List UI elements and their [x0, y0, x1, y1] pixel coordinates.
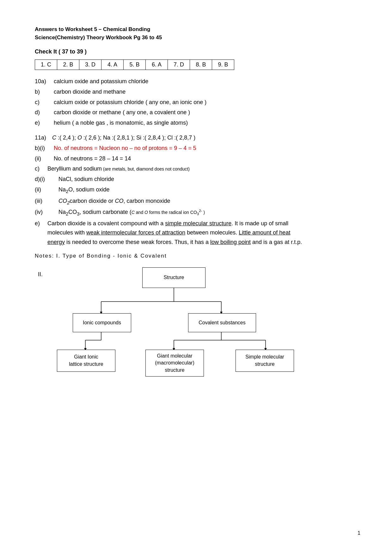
q11e-text4: is needed to overcome these weak forces.… [65, 239, 210, 245]
q11div-na-sub: 2 [66, 211, 68, 216]
q11diii-co2: CO2 [58, 198, 70, 204]
q10c-text: calcium oxide or potassium chloride ( an… [54, 98, 206, 107]
q11diii-text: carbon dioxide or [70, 198, 115, 204]
mcq-4: 4. A [101, 60, 124, 70]
notes-label: Notes: I. Type of Bonding - Ionic & Cova… [35, 253, 360, 259]
q10e-label: e) [35, 118, 54, 128]
q11e-content: Carbon dioxide is a covalent compound wi… [47, 219, 307, 247]
q11diii-line: (iii) CO2carbon dioxide or CO, carbon mo… [35, 196, 360, 207]
q11div-o-italic: O [144, 210, 148, 215]
mcq-6: 6. A [146, 60, 168, 70]
q11e-text5: and is a gas at r.t.p. [251, 239, 302, 245]
mcq-row: 1. C 2. B 3. D 4. A 5. B 6. A 7. D 8. B … [35, 60, 234, 70]
q11e-text3: between molecules. [185, 229, 239, 236]
q11e-underline4: low boiling point [210, 239, 251, 245]
q11dii-content: Na2O, sodium oxide [58, 185, 109, 195]
q11di-line: d)(i) NaCl, sodium chloride [35, 175, 360, 184]
q11a-label: 11a) [35, 133, 52, 142]
q11c-line: c) Beryllium and sodium (are metals, but… [35, 164, 360, 173]
q10a-label: 10a) [35, 77, 54, 86]
tree-diagram: II. [38, 264, 297, 365]
q11diii-label: (iii) [35, 196, 58, 207]
q11e-line: e) Carbon dioxide is a covalent compound… [35, 219, 360, 247]
ionic-compounds-label: Ionic compounds [83, 319, 121, 326]
q11div-2minus: 2- [199, 209, 202, 213]
giant-molecular-label: Giant molecular(macromolecular)structure [155, 352, 194, 374]
q11div-line: (iv) Na2CO3, sodium carbonate (C and O f… [35, 208, 360, 218]
q11bi-label: b)(i) [35, 144, 54, 153]
q10-block: 10a) calcium oxide and potassium chlorid… [35, 77, 360, 128]
q10d-label: d) [35, 108, 54, 117]
q11bi-line: b)(i) No. of neutrons = Nucleon no – no … [35, 144, 360, 153]
q11c-content: Beryllium and sodium (are metals, but, d… [47, 164, 190, 173]
notes-section: Notes: I. Type of Bonding - Ionic & Cova… [35, 253, 360, 365]
q10a-line: 10a) calcium oxide and potassium chlorid… [35, 77, 360, 86]
q11a-line: 11a) C :( 2,4 ); O :( 2,6 ); Na :( 2,8,1… [35, 133, 360, 142]
check-it-heading: Check It ( 37 to 39 ) [35, 48, 360, 55]
q11bii-text: No. of neutrons = 28 – 14 = 14 [54, 154, 131, 163]
q11dii-na: Na [58, 186, 66, 193]
mcq-1: 1. C [35, 60, 57, 70]
covalent-substances-label: Covalent substances [199, 319, 246, 326]
simple-molecular-label: Simple molecularstructure [245, 353, 284, 368]
giant-molecular-box: Giant molecular(macromolecular)structure [145, 350, 204, 377]
mcq-table: 1. C 2. B 3. D 4. A 5. B 6. A 7. D 8. B … [35, 59, 234, 70]
q10b-line: b) carbon dioxide and methane [35, 87, 360, 97]
q11a-text: C :( 2,4 ); O :( 2,6 ); Na :( 2,8,1 ); S… [52, 133, 195, 142]
q11a-o: O [77, 134, 82, 141]
q11c-note: (are metals, but, diamond does not condu… [102, 166, 190, 171]
q11div-label: (iv) [35, 208, 58, 218]
q11div-note: C and O forms the radical ion CO32- ) [132, 210, 205, 215]
page-number: 1 [358, 530, 360, 536]
title-line2: Science(Chemistry) Theory Workbook Pg 36… [35, 34, 360, 42]
q11div-c-italic: C [132, 210, 135, 215]
q11diii-co: CO [115, 198, 123, 204]
q11e-underline2: weak intermolecular forces of attraction [86, 229, 185, 236]
q11e-label: e) [35, 219, 47, 228]
q11div-content: Na2CO3, sodium carbonate (C and O forms … [58, 208, 205, 218]
q11c-text: Beryllium and sodium [47, 165, 102, 172]
q11bii-line: (ii) No. of neutrons = 28 – 14 = 14 [35, 154, 360, 163]
giant-ionic-label: Giant Ioniclattice structure [69, 353, 103, 368]
q11div-co-sub: 3 [77, 211, 79, 216]
q10a-text: calcium oxide and potassium chloride [54, 77, 148, 86]
q10d-text: carbon dioxide or methane ( any one, a c… [54, 108, 190, 117]
q10c-label: c) [35, 98, 54, 107]
q11bii-label: (ii) [35, 154, 54, 163]
q10b-label: b) [35, 87, 54, 97]
giant-ionic-box: Giant Ioniclattice structure [57, 350, 115, 372]
simple-molecular-box: Simple molecularstructure [236, 350, 294, 372]
title-block: Answers to Worksheet 5 – Chemical Bondin… [35, 25, 360, 41]
II-label: II. [38, 271, 43, 278]
q10c-line: c) calcium oxide or potassium chloride (… [35, 98, 360, 107]
mcq-7: 7. D [168, 60, 190, 70]
mcq-9: 9. B [212, 60, 234, 70]
q10e-text: helium ( a noble gas , is monatomic, as … [54, 118, 188, 128]
q10e-line: e) helium ( a noble gas , is monatomic, … [35, 118, 360, 128]
q11a-c: C [52, 134, 56, 141]
q11diii-text3: , carbon monoxide [123, 198, 170, 204]
q11-block: 11a) C :( 2,4 ); O :( 2,6 ); Na :( 2,8,1… [35, 133, 360, 247]
q11diii-content: CO2carbon dioxide or CO, carbon monoxide [58, 196, 170, 207]
q11div-main: , sodium carbonate ( [80, 209, 132, 215]
q10d-line: d) carbon dioxide or methane ( any one, … [35, 108, 360, 117]
q10b-text: carbon dioxide and methane [54, 87, 126, 97]
q11e-underline1: simple molecular structure [165, 220, 231, 227]
q11dii-line: (ii) Na2O, sodium oxide [35, 185, 360, 195]
structure-label: Structure [164, 274, 184, 281]
structure-box: Structure [142, 267, 205, 288]
mcq-8: 8. B [190, 60, 212, 70]
q11bi-text: No. of neutrons = Nucleon no – no of pro… [54, 144, 196, 153]
q11di-text: NaCl, sodium chloride [58, 175, 114, 184]
q11di-label: d)(i) [35, 175, 58, 184]
q11dii-rest: O, sodium oxide [68, 186, 109, 193]
mcq-3: 3. D [79, 60, 101, 70]
q11e-text1: Carbon dioxide is a covalent compound wi… [47, 220, 165, 227]
title-line1: Answers to Worksheet 5 – Chemical Bondin… [35, 25, 360, 34]
q11dii-label: (ii) [35, 185, 58, 195]
ionic-compounds-box: Ionic compounds [73, 313, 131, 332]
mcq-2: 2. B [57, 60, 79, 70]
mcq-5: 5. B [124, 60, 146, 70]
covalent-substances-box: Covalent substances [188, 313, 256, 332]
q11c-label: c) [35, 164, 47, 173]
